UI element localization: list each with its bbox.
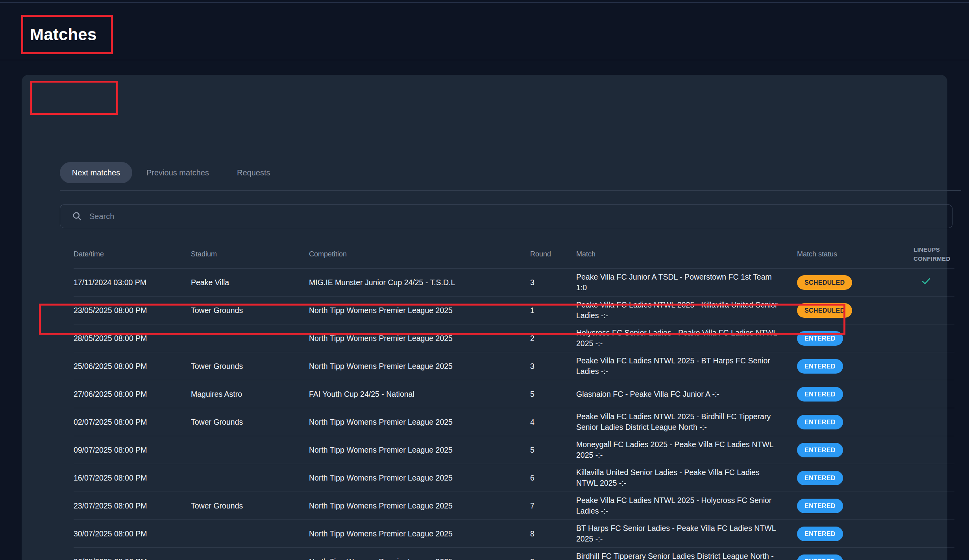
column-header-competition: Competition — [309, 249, 530, 259]
cell-datetime: 16/07/2025 08:00 PM — [74, 473, 191, 483]
matches-panel: Next matches Previous matches Requests D… — [22, 75, 947, 560]
cell-stadium: Tower Grounds — [191, 361, 309, 372]
search-box[interactable] — [60, 204, 952, 228]
cell-datetime: 25/06/2025 08:00 PM — [74, 361, 191, 372]
cell-stadium: Maguires Astro — [191, 389, 309, 400]
cell-match: Glasnaion FC - Peake Villa FC Junior A -… — [576, 389, 797, 400]
table-row[interactable]: 02/07/2025 08:00 PMTower GroundsNorth Ti… — [74, 408, 954, 436]
cell-round: 2 — [530, 333, 576, 344]
table-row[interactable]: 06/08/2025 08:00 PMNorth Tipp Womens Pre… — [74, 547, 954, 560]
cell-match-status: ENTERED — [797, 359, 914, 374]
cell-round: 5 — [530, 445, 576, 455]
cell-round: 8 — [530, 529, 576, 539]
cell-round: 3 — [530, 277, 576, 288]
cell-match: Birdhill FC Tipperary Senior Ladies Dist… — [576, 551, 797, 560]
table-row[interactable]: 27/06/2025 08:00 PMMaguires AstroFAI You… — [74, 380, 954, 408]
table-row[interactable]: 16/07/2025 08:00 PMNorth Tipp Womens Pre… — [74, 464, 954, 492]
cell-match-status: SCHEDULED — [797, 275, 914, 290]
cell-match-status: SCHEDULED — [797, 303, 914, 318]
cell-competition: North Tipp Womens Premier League 2025 — [309, 305, 530, 316]
cell-competition: North Tipp Womens Premier League 2025 — [309, 417, 530, 427]
matches-table-body: 17/11/2024 03:00 PMPeake VillaMIG.IE Mun… — [74, 268, 954, 560]
cell-datetime: 17/11/2024 03:00 PM — [74, 277, 191, 288]
table-row[interactable]: 23/07/2025 08:00 PMTower GroundsNorth Ti… — [74, 492, 954, 519]
status-badge: ENTERED — [797, 527, 843, 541]
cell-datetime: 30/07/2025 08:00 PM — [74, 529, 191, 539]
cell-match: Peake Villa FC Ladies NTWL 2025 - Holycr… — [576, 495, 797, 516]
cell-match-status: ENTERED — [797, 527, 914, 541]
cell-stadium: Peake Villa — [191, 277, 309, 288]
cell-competition: North Tipp Womens Premier League 2025 — [309, 556, 530, 560]
cell-match: Peake Villa FC Ladies NTWL 2025 - Birdhi… — [576, 411, 797, 433]
matches-table: Date/time Stadium Competition Round Matc… — [60, 240, 954, 560]
cell-competition: North Tipp Womens Premier League 2025 — [309, 333, 530, 344]
table-row[interactable]: 09/07/2025 08:00 PMNorth Tipp Womens Pre… — [74, 436, 954, 464]
cell-competition: North Tipp Womens Premier League 2025 — [309, 473, 530, 483]
cell-datetime: 23/07/2025 08:00 PM — [74, 501, 191, 511]
check-icon — [921, 276, 932, 287]
cell-round: 4 — [530, 417, 576, 427]
cell-competition: North Tipp Womens Premier League 2025 — [309, 445, 530, 455]
cell-lineups-confirmed — [914, 276, 954, 289]
table-row[interactable]: 23/05/2025 08:00 PMTower GroundsNorth Ti… — [74, 296, 954, 324]
status-badge: SCHEDULED — [797, 275, 852, 290]
cell-round: 3 — [530, 361, 576, 372]
cell-match: Peake Villa FC Ladies NTWL 2025 - Killav… — [576, 300, 797, 321]
tab-previous-matches[interactable]: Previous matches — [146, 162, 209, 183]
status-badge: ENTERED — [797, 415, 843, 429]
cell-datetime: 28/05/2025 08:00 PM — [74, 333, 191, 344]
status-badge: ENTERED — [797, 471, 843, 485]
column-header-datetime: Date/time — [74, 249, 191, 259]
cell-round: 6 — [530, 473, 576, 483]
cell-match: Peake Villa FC Ladies NTWL 2025 - BT Har… — [576, 356, 797, 377]
status-badge: ENTERED — [797, 443, 843, 457]
tab-next-matches-label: Next matches — [72, 168, 120, 177]
top-border-line — [0, 2, 969, 3]
cell-match: Holycross FC Senior Ladies - Peake Villa… — [576, 328, 797, 349]
status-badge: SCHEDULED — [797, 303, 852, 318]
cell-stadium: Tower Grounds — [191, 417, 309, 427]
cell-match-status: ENTERED — [797, 471, 914, 485]
column-header-match: Match — [576, 249, 797, 259]
cell-stadium: Tower Grounds — [191, 501, 309, 511]
cell-round: 7 — [530, 501, 576, 511]
table-row[interactable]: 17/11/2024 03:00 PMPeake VillaMIG.IE Mun… — [74, 268, 954, 296]
column-header-round: Round — [530, 249, 576, 259]
cell-datetime: 23/05/2025 08:00 PM — [74, 305, 191, 316]
status-badge: ENTERED — [797, 387, 843, 402]
cell-round: 9 — [530, 556, 576, 560]
header-divider — [0, 60, 969, 60]
cell-datetime: 09/07/2025 08:00 PM — [74, 445, 191, 455]
status-badge: ENTERED — [797, 331, 843, 346]
status-badge: ENTERED — [797, 359, 843, 374]
cell-datetime: 06/08/2025 08:00 PM — [74, 556, 191, 560]
cell-datetime: 02/07/2025 08:00 PM — [74, 417, 191, 427]
cell-competition: North Tipp Womens Premier League 2025 — [309, 501, 530, 511]
tab-requests[interactable]: Requests — [237, 162, 270, 183]
cell-match: Killavilla United Senior Ladies - Peake … — [576, 467, 797, 488]
cell-competition: North Tipp Womens Premier League 2025 — [309, 361, 530, 372]
cell-match-status: ENTERED — [797, 387, 914, 402]
search-icon — [72, 211, 82, 221]
status-badge: ENTERED — [797, 499, 843, 513]
cell-match: Peake Villa FC Junior A TSDL - Powerstow… — [576, 272, 797, 293]
cell-match: Moneygall FC Ladies 2025 - Peake Villa F… — [576, 439, 797, 461]
cell-datetime: 27/06/2025 08:00 PM — [74, 389, 191, 400]
cell-match-status: ENTERED — [797, 499, 914, 513]
cell-match-status: ENTERED — [797, 443, 914, 457]
table-row[interactable]: 25/06/2025 08:00 PMTower GroundsNorth Ti… — [74, 352, 954, 380]
search-input[interactable] — [82, 205, 952, 228]
cell-round: 5 — [530, 389, 576, 400]
cell-competition: MIG.IE Munster Junior Cup 24/25 - T.S.D.… — [309, 277, 530, 288]
tab-next-matches[interactable]: Next matches — [60, 162, 132, 183]
cell-competition: FAI Youth Cup 24/25 - National — [309, 389, 530, 400]
cell-match: BT Harps FC Senior Ladies - Peake Villa … — [576, 523, 797, 544]
table-row[interactable]: 28/05/2025 08:00 PMNorth Tipp Womens Pre… — [74, 324, 954, 352]
page-title: Matches — [30, 15, 96, 54]
column-header-stadium: Stadium — [191, 249, 309, 259]
table-row[interactable]: 30/07/2025 08:00 PMNorth Tipp Womens Pre… — [74, 519, 954, 547]
cell-stadium: Tower Grounds — [191, 305, 309, 316]
column-header-match-status: Match status — [797, 249, 914, 259]
table-header-row: Date/time Stadium Competition Round Matc… — [74, 240, 954, 268]
cell-match-status: ENTERED — [797, 415, 914, 429]
